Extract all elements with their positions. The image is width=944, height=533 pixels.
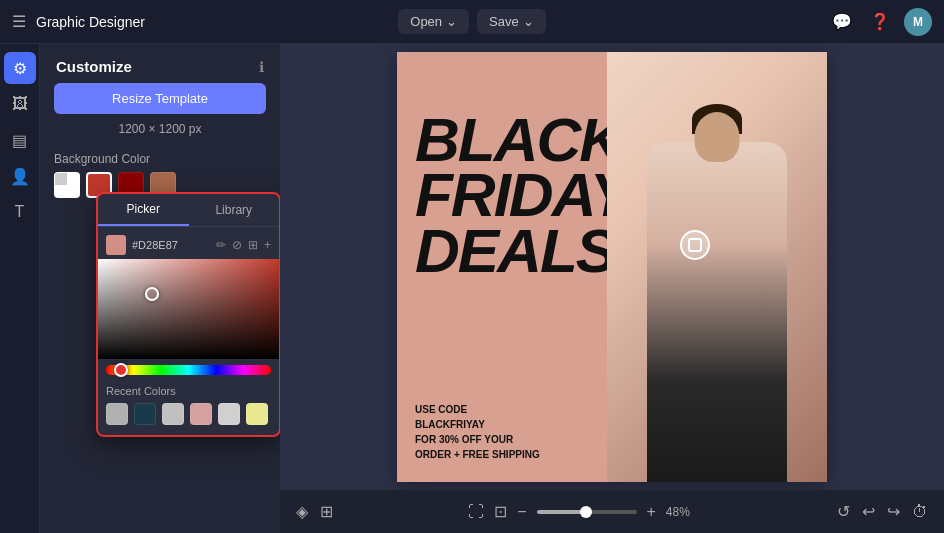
info-icon[interactable]: ℹ bbox=[259, 59, 264, 75]
app-title: Graphic Designer bbox=[36, 14, 145, 30]
hue-slider-row bbox=[98, 359, 279, 379]
canvas-text-black: BLACK bbox=[415, 112, 629, 168]
hex-color-swatch[interactable] bbox=[106, 235, 126, 255]
hue-handle[interactable] bbox=[114, 363, 128, 377]
zoom-in-button[interactable]: + bbox=[647, 503, 656, 521]
zoom-slider[interactable] bbox=[537, 510, 637, 514]
recent-swatch-2[interactable] bbox=[134, 403, 156, 425]
history-icon[interactable]: ⏱ bbox=[912, 503, 928, 521]
topbar-right: 💬 ❓ M bbox=[625, 8, 932, 36]
recent-swatch-6[interactable] bbox=[246, 403, 268, 425]
icon-sidebar: ⚙ 🖼 ▤ 👤 T bbox=[0, 44, 40, 533]
color-picker-popup: Picker Library #D28E87 ✏ ⊘ ⊞ + bbox=[96, 192, 280, 437]
gradient-overlay bbox=[98, 259, 279, 359]
save-chevron-icon: ⌄ bbox=[523, 14, 534, 29]
crop-icon[interactable]: ⊡ bbox=[494, 502, 507, 521]
recent-colors-section: Recent Colors bbox=[98, 379, 279, 435]
zoom-handle[interactable] bbox=[580, 506, 592, 518]
fashion-figure bbox=[647, 142, 787, 482]
small-text-line3: FOR 30% OFF YOUR bbox=[415, 434, 513, 445]
eyedropper-icon[interactable]: ✏ bbox=[216, 238, 226, 252]
topbar-center: Open ⌄ Save ⌄ bbox=[319, 9, 626, 34]
bg-color-label: Background Color bbox=[40, 148, 280, 172]
canvas-small-text: USE CODE BLACKFRIYAY FOR 30% OFF YOUR OR… bbox=[415, 402, 540, 462]
design-canvas[interactable]: BLACK FRIDAY DEALS THIRTY 30% PERCENT OF… bbox=[397, 52, 827, 482]
bottom-toolbar-left: ◈ ⊞ bbox=[296, 502, 333, 521]
recent-swatch-3[interactable] bbox=[162, 403, 184, 425]
crosshair-inner bbox=[688, 238, 702, 252]
sidebar-item-layers[interactable]: ▤ bbox=[4, 124, 36, 156]
crosshair-overlay[interactable] bbox=[680, 230, 710, 260]
picker-tabs: Picker Library bbox=[98, 194, 279, 227]
resize-template-button[interactable]: Resize Template bbox=[54, 83, 266, 114]
canvas-text-deals: DEALS bbox=[415, 223, 629, 279]
pipette-icon[interactable]: ⊘ bbox=[232, 238, 242, 252]
add-color-icon[interactable]: + bbox=[264, 238, 271, 252]
customize-panel: Customize ℹ Resize Template 1200 × 1200 … bbox=[40, 44, 280, 533]
canvas-container: BLACK FRIDAY DEALS THIRTY 30% PERCENT OF… bbox=[280, 44, 944, 489]
zoom-out-button[interactable]: − bbox=[517, 503, 526, 521]
small-text-line4: ORDER + FREE SHIPPING bbox=[415, 449, 540, 460]
gradient-canvas[interactable] bbox=[98, 259, 279, 359]
canvas-area: BLACK FRIDAY DEALS THIRTY 30% PERCENT OF… bbox=[280, 44, 944, 533]
grid-icon[interactable]: ⊞ bbox=[248, 238, 258, 252]
undo-icon[interactable]: ↩ bbox=[862, 502, 875, 521]
save-button[interactable]: Save ⌄ bbox=[477, 9, 546, 34]
panel-title: Customize bbox=[56, 58, 132, 75]
canvas-text-friday: FRIDAY bbox=[415, 167, 629, 223]
hex-row: #D28E87 ✏ ⊘ ⊞ + bbox=[98, 227, 279, 259]
recent-swatch-5[interactable] bbox=[218, 403, 240, 425]
recent-colors-label: Recent Colors bbox=[106, 385, 271, 397]
open-chevron-icon: ⌄ bbox=[446, 14, 457, 29]
template-size-label: 1200 × 1200 px bbox=[40, 122, 280, 136]
fashion-photo bbox=[607, 52, 827, 482]
tab-library[interactable]: Library bbox=[189, 194, 280, 226]
zoom-fill bbox=[537, 510, 585, 514]
hue-slider[interactable] bbox=[106, 365, 271, 375]
open-button[interactable]: Open ⌄ bbox=[398, 9, 469, 34]
gradient-bg bbox=[98, 259, 279, 359]
avatar[interactable]: M bbox=[904, 8, 932, 36]
canvas-headline: BLACK FRIDAY DEALS bbox=[415, 112, 629, 279]
redo-icon[interactable]: ↪ bbox=[887, 502, 900, 521]
sidebar-item-text[interactable]: T bbox=[4, 196, 36, 228]
grid-bottom-icon[interactable]: ⊞ bbox=[320, 502, 333, 521]
small-text-line1: USE CODE bbox=[415, 404, 467, 415]
tab-picker[interactable]: Picker bbox=[98, 194, 189, 226]
hex-value: #D28E87 bbox=[132, 239, 210, 251]
recent-swatches bbox=[106, 403, 271, 425]
menu-icon[interactable]: ☰ bbox=[12, 12, 26, 31]
layers-bottom-icon[interactable]: ◈ bbox=[296, 502, 308, 521]
help-icon[interactable]: ❓ bbox=[866, 8, 894, 35]
transparent-swatch[interactable] bbox=[54, 172, 80, 198]
panel-header: Customize ℹ bbox=[40, 44, 280, 83]
chat-icon[interactable]: 💬 bbox=[828, 8, 856, 35]
zoom-label: 48% bbox=[666, 505, 702, 519]
photo-area bbox=[607, 52, 827, 482]
recent-swatch-4[interactable] bbox=[190, 403, 212, 425]
bottom-toolbar: ◈ ⊞ ⛶ ⊡ − + 48% ↺ ↩ ↪ ⏱ bbox=[280, 489, 944, 533]
main: ⚙ 🖼 ▤ 👤 T Customize ℹ Resize Template 12… bbox=[0, 44, 944, 533]
topbar: ☰ Graphic Designer Open ⌄ Save ⌄ 💬 ❓ M bbox=[0, 0, 944, 44]
sidebar-item-image[interactable]: 🖼 bbox=[4, 88, 36, 120]
refresh-icon[interactable]: ↺ bbox=[837, 502, 850, 521]
sidebar-item-people[interactable]: 👤 bbox=[4, 160, 36, 192]
fit-icon[interactable]: ⛶ bbox=[468, 503, 484, 521]
recent-swatch-1[interactable] bbox=[106, 403, 128, 425]
topbar-left: ☰ Graphic Designer bbox=[12, 12, 319, 31]
bottom-toolbar-right: ↺ ↩ ↪ ⏱ bbox=[837, 502, 928, 521]
fashion-head bbox=[695, 112, 740, 162]
sidebar-item-customize[interactable]: ⚙ bbox=[4, 52, 36, 84]
bottom-toolbar-center: ⛶ ⊡ − + 48% bbox=[468, 502, 702, 521]
small-text-line2: BLACKFRIYAY bbox=[415, 419, 485, 430]
